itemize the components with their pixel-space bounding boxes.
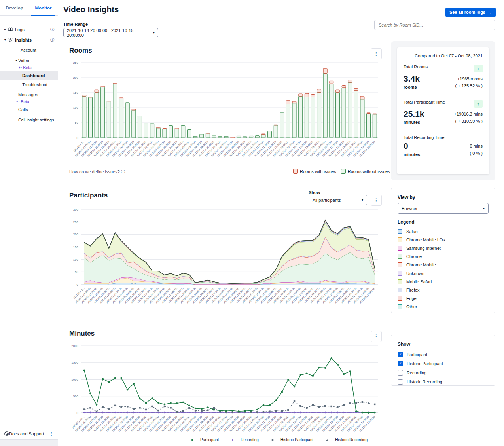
globe-icon	[4, 431, 9, 437]
stat-value: 25.1k	[404, 109, 424, 118]
info-icon[interactable]: ⓘ	[50, 37, 54, 43]
view-by-label: View by	[398, 195, 489, 200]
legend-swatch	[398, 246, 402, 251]
show-option-participant[interactable]: ✓Participant	[398, 350, 489, 359]
minutes-legend-historic-participant: Historic Participant	[267, 438, 313, 442]
legend-item-chrome-mobile: Chrome Mobile	[398, 261, 489, 269]
legend-label: Recording	[241, 438, 259, 442]
time-range-label: Time Range	[63, 22, 88, 27]
define-issues-link[interactable]: How do we define issues? ⓘ	[69, 169, 125, 175]
arrow-up-icon: ↑	[474, 100, 483, 108]
sidebar-item-troubleshoot[interactable]: Troubleshoot	[0, 80, 58, 89]
legend-label: Chrome Mobile	[406, 262, 436, 267]
legend-label: Other	[406, 304, 417, 309]
sidebar-item-logs[interactable]: ▸ Logs ⓘ	[0, 25, 58, 34]
participants-menu-button[interactable]: ⋮	[371, 195, 382, 206]
legend-swatch	[398, 254, 402, 259]
legend-rooms-with-issues: Rooms with issues	[293, 169, 336, 174]
book-icon	[8, 27, 13, 32]
view-by-panel: View by Browser ▾ Legend SafariChrome Mo…	[391, 188, 495, 313]
circle-line-icon	[186, 438, 198, 442]
beta-sparkle-icon: ✦ˣ	[16, 100, 19, 104]
info-icon[interactable]: ⓘ	[50, 27, 54, 32]
stat-delta: +19016.3 mins ( + 310.59 % )	[454, 109, 483, 125]
checkbox[interactable]	[398, 379, 403, 385]
show-label: Show	[309, 190, 320, 195]
stat-total-recording-time: Total Recording Time 0 minutes 0 mins ( …	[404, 135, 483, 157]
sidebar-item-label: Call insight settings	[18, 118, 54, 122]
stat-total-participant-time: Total Participant Time ↑ 25.1k minutes +…	[404, 100, 483, 125]
sidebar-item-video[interactable]: ▾ Video	[0, 56, 58, 65]
svg-text:150: 150	[73, 245, 79, 249]
issues-swatch	[293, 169, 298, 174]
svg-text:500: 500	[73, 395, 79, 398]
stat-total-rooms: Total Rooms ↑ 3.4k rooms +1965 rooms ( +…	[404, 65, 483, 89]
legend-label: Mobile Safari	[406, 279, 432, 284]
search-input[interactable]	[379, 23, 491, 27]
legend-swatch	[398, 262, 402, 267]
legend-label: Firefox	[406, 288, 420, 292]
docs-and-support[interactable]: Docs and Support ⋮	[0, 428, 58, 439]
chevron-down-icon: ▾	[14, 59, 18, 62]
stat-value: 3.4k	[404, 74, 420, 83]
svg-text:100: 100	[73, 106, 79, 110]
sidebar-item-label: Calls	[18, 107, 28, 112]
sidebar-item-insights[interactable]: ▾ Insights ⓘ	[0, 36, 58, 44]
sidebar-item-video-beta[interactable]: ✦ˣ Beta	[0, 64, 58, 71]
kebab-icon: ⋮	[374, 197, 379, 203]
view-by-select[interactable]: Browser ▾	[398, 203, 489, 214]
participants-show-select[interactable]: All participants ▾	[309, 195, 367, 205]
kebab-icon[interactable]: ⋮	[49, 431, 54, 437]
chevron-down-icon: ▾	[3, 38, 7, 42]
sidebar-bottom-strip	[0, 439, 58, 446]
legend-swatch	[398, 237, 402, 242]
legend-swatch	[398, 271, 402, 276]
legend-label: Chrome Mobile I Os	[406, 237, 445, 242]
show-option-recording[interactable]: Recording	[398, 368, 489, 377]
arrow-up-icon: ↑	[474, 65, 483, 72]
rooms-menu-button[interactable]: ⋮	[371, 48, 382, 59]
tab-develop[interactable]: Develop	[0, 0, 29, 15]
chevron-right-icon: ▸	[3, 28, 7, 31]
svg-text:250: 250	[73, 61, 79, 65]
sidebar-item-account[interactable]: Account	[0, 46, 58, 54]
show-option-historic-participant[interactable]: ✓Historic Participant	[398, 359, 489, 368]
svg-text:0: 0	[77, 136, 79, 140]
svg-text:0: 0	[77, 283, 79, 287]
time-range-select[interactable]: 2021-10-14 20:00:00 - 2021-10-15 20:00:0…	[63, 28, 158, 37]
svg-text:1500: 1500	[71, 361, 78, 364]
checkbox[interactable]	[398, 370, 403, 376]
svg-text:200: 200	[73, 233, 79, 236]
svg-text:2000: 2000	[71, 344, 78, 348]
minutes-legend-participant: Participant	[186, 438, 219, 442]
no-issues-swatch	[341, 169, 346, 174]
sidebar-item-calls[interactable]: Calls	[0, 105, 58, 114]
rooms-title: Rooms	[69, 47, 92, 55]
checkbox[interactable]: ✓	[398, 361, 403, 366]
show-option-historic-recording[interactable]: Historic Recording	[398, 377, 489, 386]
minutes-legend-historic-recording: Historic Recording	[321, 438, 368, 442]
legend-item-unknown: Unknown	[398, 269, 489, 277]
sidebar-item-dashboard[interactable]: Dashboard	[0, 71, 58, 80]
tab-monitor[interactable]: Monitor	[29, 0, 58, 15]
beta-sparkle-icon: ✦ˣ	[18, 66, 22, 70]
chevron-down-icon: ▾	[483, 207, 485, 210]
sidebar-item-label: Dashboard	[22, 73, 45, 78]
checkbox-label: Participant	[407, 352, 427, 357]
see-all-room-logs-button[interactable]: See all room logs →	[445, 8, 496, 17]
sidebar-item-messages[interactable]: Messages	[0, 90, 58, 99]
svg-text:1000: 1000	[71, 378, 78, 381]
legend-item-other: Other	[398, 303, 489, 311]
legend-label: Chrome	[406, 254, 422, 259]
stat-delta: +1965 rooms ( + 135.52 % )	[455, 74, 483, 89]
sidebar-item-label: Logs	[15, 27, 25, 32]
sidebar-item-label: Messages	[18, 92, 38, 97]
square-line-icon	[267, 438, 279, 442]
docs-label: Docs and Support	[9, 431, 44, 436]
minutes-menu-button[interactable]: ⋮	[371, 331, 382, 342]
svg-text:150: 150	[73, 91, 79, 95]
sidebar-item-call-insight-settings[interactable]: Call insight settings	[0, 116, 58, 124]
checkbox[interactable]: ✓	[398, 352, 403, 357]
sidebar-item-messages-beta[interactable]: ✦ˣ Beta	[0, 98, 58, 105]
legend-label: Unknown	[406, 271, 424, 276]
